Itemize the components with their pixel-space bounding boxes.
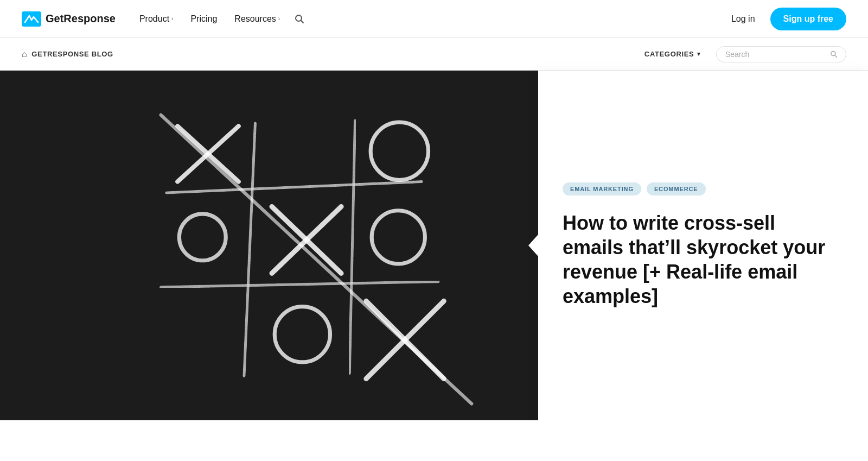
nav-right: Log in Sign up free [725,8,846,30]
search-icon [295,14,304,24]
logo-icon [22,11,41,27]
tag-email-marketing[interactable]: EMAIL MARKETING [563,182,641,195]
logo-link[interactable]: GetResponse [22,11,116,27]
svg-line-4 [835,55,837,58]
resources-chevron-icon: › [278,16,280,22]
hero-card: EMAIL MARKETING ECOMMERCE How to write c… [538,71,868,420]
categories-chevron-icon: ▾ [697,50,701,58]
subheader-right: CATEGORIES ▾ [638,46,846,62]
search-input[interactable] [725,50,826,59]
hero-title: How to write cross-sell emails that’ll s… [563,211,841,308]
hero-section: EMAIL MARKETING ECOMMERCE How to write c… [0,71,868,420]
login-link[interactable]: Log in [725,10,762,28]
navbar: GetResponse Product › Pricing Resources … [0,0,868,38]
svg-rect-5 [0,71,538,420]
blog-subheader: ⌂ GETRESPONSE BLOG CATEGORIES ▾ [0,38,868,71]
product-chevron-icon: › [171,16,173,22]
nav-search-button[interactable] [290,9,309,29]
logo-text: GetResponse [46,12,116,25]
home-icon: ⌂ [22,49,27,59]
tag-row: EMAIL MARKETING ECOMMERCE [563,182,841,195]
nav-links: Product › Pricing Resources › [132,9,725,29]
nav-item-resources[interactable]: Resources › [227,10,288,28]
nav-item-product[interactable]: Product › [132,10,181,28]
tag-ecommerce[interactable]: ECOMMERCE [647,182,706,195]
chalk-drawing [0,71,538,420]
breadcrumb[interactable]: ⌂ GETRESPONSE BLOG [22,49,113,59]
signup-button[interactable]: Sign up free [770,8,846,30]
search-icon [830,50,837,58]
categories-button[interactable]: CATEGORIES ▾ [638,47,707,61]
svg-line-2 [301,20,304,23]
search-box [716,46,846,62]
nav-item-pricing[interactable]: Pricing [183,10,225,28]
hero-image [0,71,538,420]
